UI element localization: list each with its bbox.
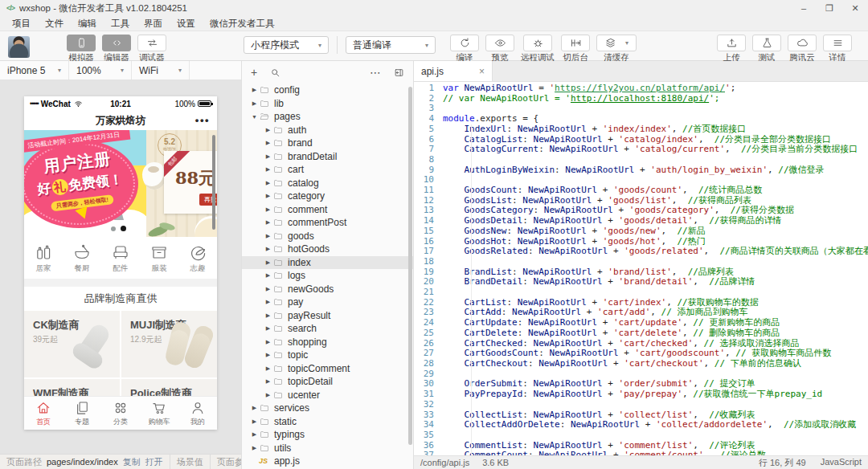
chevron-right-icon[interactable]: ▶: [264, 180, 272, 186]
chevron-right-icon[interactable]: ▶: [264, 166, 272, 173]
chevron-right-icon[interactable]: ▶: [264, 272, 272, 279]
clear-cache-action[interactable]: ▾ 清缓存: [596, 35, 637, 63]
tree-item-comment[interactable]: ▶comment: [242, 203, 413, 217]
tree-item-pages[interactable]: ▼pages: [242, 110, 413, 124]
tree-item-lib[interactable]: ▶lib: [242, 97, 413, 111]
chevron-right-icon[interactable]: ▶: [264, 206, 272, 213]
chevron-down-icon[interactable]: ▼: [250, 114, 259, 120]
tree-item-topiccomment[interactable]: ▶topicComment: [242, 362, 413, 376]
tencent-cloud-button[interactable]: [788, 35, 817, 51]
chevron-right-icon[interactable]: ▶: [264, 392, 272, 398]
tree-item-auth[interactable]: ▶auth: [242, 124, 413, 137]
brand-tile[interactable]: WMF制造商: [24, 379, 120, 396]
chevron-right-icon[interactable]: ▶: [264, 339, 272, 345]
zoom-select[interactable]: 100% ▾: [69, 61, 132, 80]
tree-item-cart[interactable]: ▶cart: [242, 163, 413, 177]
compile-action[interactable]: 编译: [450, 35, 479, 63]
debugger-button[interactable]: [137, 35, 166, 51]
tab-topics[interactable]: 专题: [63, 397, 101, 430]
tree-item-typings[interactable]: ▶typings: [242, 428, 413, 442]
chevron-right-icon[interactable]: ▶: [264, 365, 272, 372]
brand-tile[interactable]: MUJI制造商12.9元起: [121, 311, 217, 377]
preview-action[interactable]: 预览: [485, 35, 514, 63]
remote-debug-action[interactable]: 远程调试: [521, 35, 555, 63]
tree-item-topicdetail[interactable]: ▶topicDetail: [242, 375, 413, 389]
copy-link[interactable]: 复制: [123, 456, 141, 468]
home-banner[interactable]: 用户注册 好礼免费领！ 只需两步，轻松领取! 活动截止时间：2014年12月31…: [24, 130, 217, 237]
network-select[interactable]: WiFi ▾: [132, 61, 190, 80]
tab-mine[interactable]: 我的: [178, 397, 217, 430]
upload-action[interactable]: 上传: [717, 35, 746, 63]
mode-select[interactable]: 小程序模式 ▾: [244, 36, 329, 54]
tab-cart[interactable]: 购物车: [140, 397, 178, 430]
chevron-right-icon[interactable]: ▶: [250, 445, 259, 451]
tree-item-newgoods[interactable]: ▶newGoods: [242, 283, 413, 296]
chevron-right-icon[interactable]: ▶: [250, 431, 259, 438]
tree-item-config[interactable]: ▶config: [242, 84, 413, 97]
tree-item-ucenter[interactable]: ▶ucenter: [242, 389, 413, 402]
chevron-right-icon[interactable]: ▶: [250, 418, 259, 425]
tree-item-catalog[interactable]: ▶catalog: [242, 177, 413, 190]
collapse-panel-icon[interactable]: [394, 67, 404, 78]
chevron-right-icon[interactable]: ▶: [250, 100, 259, 107]
category-household[interactable]: 居家: [24, 243, 63, 274]
debugger-toggle[interactable]: 调试器: [137, 35, 166, 63]
chevron-right-icon[interactable]: ▶: [264, 299, 272, 305]
editor-toggle[interactable]: 编辑器: [102, 35, 131, 63]
tree-item-utils[interactable]: ▶utils: [242, 442, 413, 455]
tree-item-services[interactable]: ▶services: [242, 402, 413, 415]
chevron-right-icon[interactable]: ▶: [264, 259, 272, 266]
editor-tab-apijs[interactable]: api.js ×: [414, 61, 493, 81]
chevron-right-icon[interactable]: ▶: [264, 352, 272, 358]
background-action[interactable]: 切后台: [561, 35, 590, 63]
tree-item-shopping[interactable]: ▶shopping: [242, 336, 413, 349]
brand-tile[interactable]: Police制造商: [121, 379, 217, 396]
preview-button[interactable]: [485, 35, 514, 51]
menu-item[interactable]: 工具: [104, 18, 137, 30]
tree-item-topic[interactable]: ▶topic: [242, 349, 413, 362]
tree-item-search[interactable]: ▶search: [242, 322, 413, 336]
compile-mode-select[interactable]: 普通编译 ▾: [346, 36, 436, 54]
chevron-right-icon[interactable]: ▶: [264, 127, 272, 133]
tree-item-branddetail[interactable]: ▶brandDetail: [242, 150, 413, 164]
minimize-button[interactable]: –: [791, 0, 817, 16]
chevron-right-icon[interactable]: ▶: [264, 378, 272, 385]
menu-item[interactable]: 文件: [38, 18, 71, 30]
add-file-icon[interactable]: +: [251, 66, 257, 79]
chevron-right-icon[interactable]: ▶: [264, 153, 272, 160]
chevron-right-icon[interactable]: ▶: [250, 87, 259, 93]
menu-item[interactable]: 编辑: [71, 18, 104, 30]
compile-button[interactable]: [450, 35, 479, 51]
tree-item-index[interactable]: ▶index: [242, 256, 413, 270]
open-link[interactable]: 打开: [145, 456, 163, 468]
menu-item[interactable]: 项目: [5, 18, 38, 30]
avatar[interactable]: [8, 36, 30, 58]
statusbar-language[interactable]: JavaScript: [821, 457, 862, 469]
tab-category[interactable]: 分类: [101, 397, 140, 430]
category-accessories[interactable]: 配件: [101, 243, 140, 274]
category-apparel[interactable]: 服装: [140, 243, 178, 274]
tree-item-category[interactable]: ▶category: [242, 190, 413, 203]
test-button[interactable]: [752, 35, 781, 51]
more-menu-icon[interactable]: •••: [195, 111, 210, 130]
scene-value-cell[interactable]: 场景值: [170, 455, 210, 469]
remote-debug-button[interactable]: [523, 35, 552, 51]
details-button[interactable]: [823, 35, 852, 51]
chevron-right-icon[interactable]: ▶: [264, 246, 272, 252]
simulator-button[interactable]: [67, 35, 96, 51]
chevron-right-icon[interactable]: ▶: [264, 286, 272, 292]
menu-item[interactable]: 设置: [170, 18, 203, 30]
simulator-toggle[interactable]: 模拟器: [67, 35, 96, 63]
menu-item[interactable]: 界面: [137, 18, 170, 30]
chevron-right-icon[interactable]: ▶: [264, 219, 272, 226]
tree-item-hotgoods[interactable]: ▶hotGoods: [242, 243, 413, 256]
category-hobby[interactable]: 志趣: [178, 243, 217, 274]
code-editor[interactable]: 1var NewApiRootUrl = 'https://fly2you.cn…: [414, 82, 868, 455]
editor-button[interactable]: [102, 35, 131, 51]
category-kitchen[interactable]: 餐厨: [63, 243, 101, 274]
device-select[interactable]: iPhone 5 ▾: [0, 61, 69, 80]
tree-item-goods[interactable]: ▶goods: [242, 230, 413, 243]
clear-cache-button[interactable]: ▾: [596, 35, 637, 51]
tab-home[interactable]: 首页: [24, 397, 63, 430]
search-icon[interactable]: [270, 67, 280, 78]
